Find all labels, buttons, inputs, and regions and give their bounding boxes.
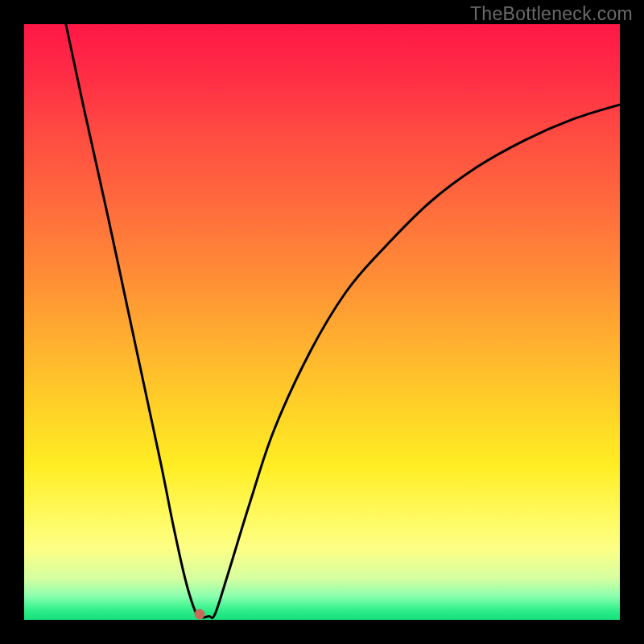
watermark-label: TheBottleneck.com xyxy=(470,3,633,25)
bottleneck-curve xyxy=(24,24,620,620)
plot-area xyxy=(24,24,620,620)
optimal-point-marker xyxy=(195,609,205,619)
